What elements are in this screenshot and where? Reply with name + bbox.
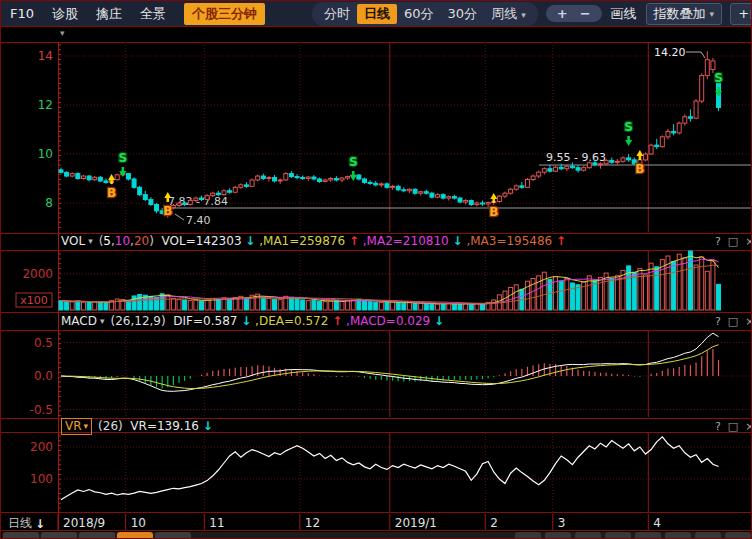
volume-bar [98,302,102,310]
scrollbar-thumb[interactable] [117,532,153,539]
candle-body [59,170,63,172]
main-indicator-dropdown[interactable]: ▾ [60,28,65,38]
price-annotation: 9.55 - 9.63 [546,151,606,164]
candle-body [211,193,215,195]
buy-marker: B [489,205,498,219]
candle-body [705,60,709,76]
price-annotation: 14.20 [654,46,686,59]
x-axis-label: 11 [209,516,224,530]
close-icon[interactable]: × [745,420,752,434]
candle-body [643,154,647,160]
volume-bar [323,302,327,310]
down-arrow-icon: ↓ [35,517,45,531]
volume-bar [559,281,563,310]
volume-bar [329,301,333,310]
buy-marker: B [163,204,172,218]
candle-body [216,193,220,194]
volume-bar [391,302,395,310]
help-icon[interactable]: ? [715,420,721,434]
candle-body [340,178,344,180]
vol-values: VOL=142303 ↓ ,MA1=259876 ↑ ,MA2=210810 ↓… [154,234,566,249]
maximize-icon[interactable]: □ [728,315,738,329]
candle-body [289,174,293,177]
volume-bar [413,304,417,310]
help-icon[interactable]: ? [715,235,721,249]
volume-bar [76,301,80,310]
candle-body [155,204,159,210]
vol-window-icons: ? □ × [715,235,751,249]
scrollbar-segment[interactable] [41,532,77,539]
volume-bar [705,271,709,310]
candle-body [677,123,681,133]
volume-bar [379,302,383,310]
volume-bar [576,285,580,310]
candle-body [711,61,715,70]
macd-indicator-dropdown[interactable]: MACD▾ [61,314,105,329]
volume-bar [711,261,715,311]
scrollbar-segment[interactable] [665,532,691,539]
candle-body [683,117,687,123]
chart-canvas[interactable]: 2018/91011122019/123414121082000x1000.50… [1,1,752,539]
candle-body [514,186,518,189]
scrollbar-segment[interactable] [79,532,115,539]
candle-body [464,201,468,202]
header-segment: ↓ [245,234,255,248]
candle-body [688,117,692,118]
volume-bar [717,284,721,310]
volume-bar [475,304,479,310]
price-tick-label: 14 [38,49,53,63]
scrollbar-segment[interactable] [155,532,191,539]
candle-body [301,178,305,179]
maximize-icon[interactable]: □ [728,235,738,249]
scrollbar-segment[interactable] [725,532,751,539]
volume-bar [570,283,574,310]
macd-tick-label: 0.5 [34,336,53,350]
annotation-pointer [686,52,705,58]
candle-body [65,172,69,176]
vr-indicator-dropdown[interactable]: VR▾ [61,418,92,435]
candle-body [396,186,400,189]
candle-body [531,176,535,179]
candle-body [391,186,395,187]
candle-body [115,175,119,180]
close-icon[interactable]: × [745,235,752,249]
header-segment: ,DEA=0.572 [251,314,332,328]
header-segment: ↑ [556,234,566,248]
header-segment: ,MA2=210810 [359,234,453,248]
scrollbar-segment[interactable] [515,532,541,539]
price-annotation: 7.40 [186,214,211,227]
x-axis-label: 2 [490,516,498,530]
header-segment: ,MA1=259876 [255,234,349,248]
header-segment: ↓ [434,314,444,328]
scrollbar-segment[interactable] [3,532,39,539]
candle-body [70,174,74,176]
candle-body [402,190,406,191]
volume-bar [430,304,434,310]
scrollbar-segment[interactable] [635,532,661,539]
chevron-down-icon: ▾ [88,234,93,249]
volume-bar [396,302,400,310]
vol-indicator-dropdown[interactable]: VOL▾ [61,234,93,249]
scrollbar-segment[interactable] [695,532,721,539]
close-icon[interactable]: × [745,315,752,329]
scrollbar-segment[interactable] [605,532,631,539]
candle-body [660,137,664,147]
candle-body [374,183,378,184]
volume-bar [132,296,136,310]
help-icon[interactable]: ? [715,315,721,329]
scrollbar-segment[interactable] [575,532,601,539]
scrollbar-segment[interactable] [545,532,571,539]
volume-bar [301,300,305,310]
period-axis-label[interactable]: 日线↓ [8,515,45,532]
header-segment: 10 [115,234,130,248]
buy-marker: B [107,186,116,200]
candle-body [509,189,513,193]
volume-bar [368,302,372,310]
candle-body [194,198,198,200]
volume-bar [351,300,355,310]
candle-body [183,203,187,204]
candle-body [385,184,389,187]
header-segment: ↓ [453,234,463,248]
candle-body [452,197,456,198]
maximize-icon[interactable]: □ [728,420,738,434]
